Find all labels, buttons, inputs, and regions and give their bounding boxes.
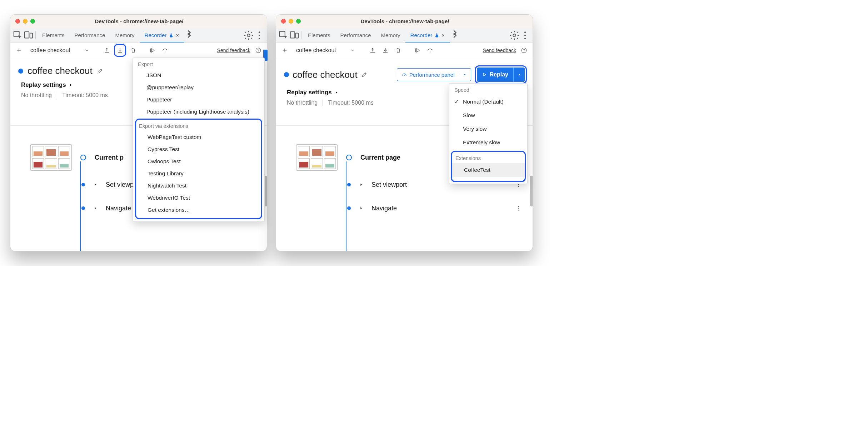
edit-title-icon[interactable] <box>361 71 368 78</box>
export-ext-cypress[interactable]: Cypress Test <box>136 143 261 155</box>
step-menu-icon[interactable] <box>515 205 522 211</box>
expand-icon <box>94 183 97 186</box>
svg-point-17 <box>430 51 430 52</box>
import-button[interactable] <box>102 45 112 55</box>
export-highlight <box>114 44 126 57</box>
tab-performance[interactable]: Performance <box>70 28 110 42</box>
play-icon <box>482 72 487 77</box>
delete-recording-button[interactable] <box>128 45 138 55</box>
tab-performance[interactable]: Performance <box>335 28 376 42</box>
delete-recording-button[interactable] <box>393 45 403 55</box>
step-over-button[interactable] <box>160 45 170 55</box>
step-navigate[interactable]: Navigate <box>280 196 533 220</box>
gauge-icon <box>401 72 407 78</box>
svg-point-21 <box>518 184 519 185</box>
svg-point-14 <box>524 31 526 33</box>
export-ext-owloops[interactable]: Owloops Test <box>136 155 261 168</box>
flask-icon <box>434 33 439 38</box>
export-section-title: Export <box>133 58 264 69</box>
import-button[interactable] <box>368 45 378 55</box>
export-button[interactable] <box>380 45 390 55</box>
svg-rect-0 <box>14 31 19 36</box>
send-feedback-link[interactable]: Send feedback <box>483 48 516 53</box>
select-element-icon[interactable] <box>13 28 23 42</box>
svg-point-7 <box>165 51 165 52</box>
svg-point-4 <box>259 31 260 33</box>
tab-recorder[interactable]: Recorder × <box>140 28 184 42</box>
settings-icon[interactable] <box>243 28 254 42</box>
svg-point-19 <box>524 51 524 52</box>
svg-point-9 <box>258 51 258 52</box>
recording-title: coffee checkout <box>293 69 358 80</box>
kebab-menu-icon[interactable] <box>520 28 530 42</box>
edit-title-icon[interactable] <box>97 68 103 74</box>
replay-ext-coffeetest[interactable]: CoffeeTest <box>452 163 525 177</box>
export-puppeteer-lighthouse[interactable]: Puppeteer (including Lighthouse analysis… <box>133 106 264 118</box>
chevron-down-icon[interactable] <box>460 73 467 76</box>
tab-memory[interactable]: Memory <box>110 28 139 42</box>
recording-status-dot <box>284 72 289 77</box>
export-ext-testing-library[interactable]: Testing Library <box>136 168 261 180</box>
speed-extremely-slow[interactable]: Extremely slow <box>449 136 527 149</box>
export-puppeteer-replay[interactable]: @puppeteer/replay <box>133 81 264 94</box>
close-tab-icon[interactable]: × <box>442 32 445 38</box>
more-tabs-icon[interactable] <box>450 28 460 42</box>
send-feedback-link[interactable]: Send feedback <box>217 48 250 53</box>
continue-button[interactable] <box>412 45 422 55</box>
export-ext-section-title: Export via extensions <box>136 120 261 131</box>
speed-very-slow[interactable]: Very slow <box>449 122 527 136</box>
speed-normal[interactable]: Normal (Default) <box>449 95 527 109</box>
tab-recorder[interactable]: Recorder × <box>405 28 450 42</box>
help-icon[interactable] <box>519 45 529 55</box>
window-title: DevTools - chrome://new-tab-page/ <box>282 18 528 24</box>
export-button[interactable] <box>115 45 125 55</box>
page-thumbnail <box>296 144 338 171</box>
replay-button-highlight: Replay <box>475 65 527 84</box>
devtools-window-right: DevTools - chrome://new-tab-page/ Elemen… <box>276 14 533 251</box>
export-json[interactable]: JSON <box>133 69 264 81</box>
kebab-menu-icon[interactable] <box>254 28 265 42</box>
more-tabs-icon[interactable] <box>184 28 195 42</box>
recorder-body: coffee checkout Replay settings No throt… <box>10 58 267 251</box>
step-over-button[interactable] <box>425 45 435 55</box>
tab-elements[interactable]: Elements <box>303 28 335 42</box>
recording-selector[interactable]: coffee checkout <box>27 47 93 54</box>
svg-rect-11 <box>290 32 295 38</box>
tab-elements[interactable]: Elements <box>37 28 70 42</box>
expand-icon <box>359 183 363 186</box>
help-icon[interactable] <box>253 45 263 55</box>
export-puppeteer[interactable]: Puppeteer <box>133 94 264 106</box>
device-toolbar-icon[interactable] <box>23 28 34 42</box>
replay-options-caret[interactable] <box>513 68 525 82</box>
export-ext-nightwatch[interactable]: Nightwatch Test <box>136 180 261 192</box>
speed-slow[interactable]: Slow <box>449 109 527 122</box>
export-dropdown: Export JSON @puppeteer/replay Puppeteer … <box>133 58 265 222</box>
recording-title: coffee checkout <box>28 65 93 76</box>
select-element-icon[interactable] <box>278 28 289 42</box>
export-extensions-highlight: Export via extensions WebPageTest custom… <box>135 119 262 219</box>
add-recording-button[interactable] <box>14 45 24 55</box>
svg-point-22 <box>518 186 519 187</box>
svg-point-24 <box>518 208 519 209</box>
export-ext-get-extensions[interactable]: Get extensions… <box>136 204 261 216</box>
export-ext-wpt[interactable]: WebPageTest custom <box>136 131 261 143</box>
svg-point-3 <box>247 34 250 37</box>
export-ext-webdriverio[interactable]: WebdriverIO Test <box>136 192 261 204</box>
replay-button[interactable]: Replay <box>477 68 513 82</box>
device-toolbar-icon[interactable] <box>289 28 300 42</box>
close-tab-icon[interactable]: × <box>176 32 179 38</box>
svg-point-13 <box>513 34 516 37</box>
performance-panel-button[interactable]: Performance panel <box>397 68 471 81</box>
page-thumbnail <box>30 144 72 171</box>
recording-status-dot <box>18 69 23 74</box>
svg-rect-1 <box>25 32 29 38</box>
svg-point-6 <box>259 38 260 39</box>
chevron-down-icon <box>84 48 89 53</box>
add-recording-button[interactable] <box>280 45 290 55</box>
recording-selector[interactable]: coffee checkout <box>293 47 359 54</box>
continue-button[interactable] <box>147 45 157 55</box>
svg-point-15 <box>524 34 526 36</box>
recorder-body: coffee checkout Performance panel Replay <box>276 58 533 251</box>
settings-icon[interactable] <box>509 28 520 42</box>
tab-memory[interactable]: Memory <box>376 28 405 42</box>
